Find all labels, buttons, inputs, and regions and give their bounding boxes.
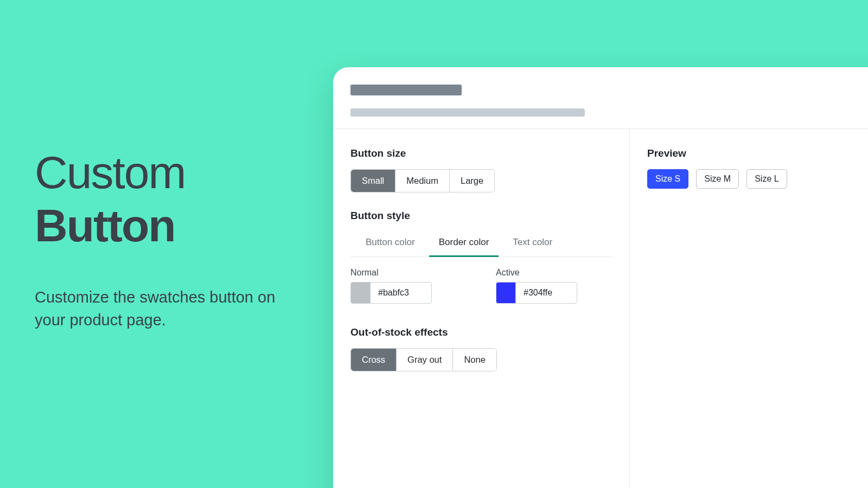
preview-size-l[interactable]: Size L [746,169,787,189]
out-of-stock-group: Cross Gray out None [350,348,497,371]
active-color-swatch [496,282,516,303]
preview-size-s[interactable]: Size S [647,169,688,189]
normal-color-swatch [351,282,371,303]
window-body: Button size Small Medium Large Button st… [333,129,868,488]
normal-color-input[interactable]: #babfc3 [350,282,432,304]
tab-text-color[interactable]: Text color [513,233,552,256]
preview-button-row: Size S Size M Size L [647,169,868,189]
preview-column: Preview Size S Size M Size L [630,129,868,488]
hero-title-line2: Button [35,200,306,252]
style-tabs: Button color Border color Text color [350,233,612,257]
settings-column: Button size Small Medium Large Button st… [333,129,630,488]
oos-cross[interactable]: Cross [351,349,396,371]
out-of-stock-label: Out-of-stock effects [350,326,612,338]
hero-title-line1: Custom [35,150,306,195]
settings-window: Button size Small Medium Large Button st… [333,67,868,488]
oos-gray-out[interactable]: Gray out [396,349,452,371]
hero-subtitle: Customize the swatches button on your pr… [35,286,306,331]
active-color-field: Active #304ffe [496,268,577,304]
button-size-small[interactable]: Small [351,170,395,192]
tab-border-color[interactable]: Border color [439,233,489,256]
preview-label: Preview [647,147,868,159]
header-title-placeholder [350,85,462,95]
header-desc-placeholder [350,108,585,117]
active-color-label: Active [496,268,577,278]
normal-color-label: Normal [350,268,432,278]
hero-copy: Custom Button Customize the swatches but… [35,150,306,331]
active-color-input[interactable]: #304ffe [496,282,577,304]
preview-size-m[interactable]: Size M [696,169,739,189]
button-style-label: Button style [350,210,612,222]
normal-color-value: #babfc3 [371,288,409,298]
active-color-value: #304ffe [516,288,552,298]
window-header [333,67,868,129]
button-size-medium[interactable]: Medium [395,170,449,192]
button-size-group: Small Medium Large [350,169,495,192]
button-size-large[interactable]: Large [449,170,494,192]
button-size-label: Button size [350,147,612,159]
tab-button-color[interactable]: Button color [366,233,415,256]
normal-color-field: Normal #babfc3 [350,268,432,304]
oos-none[interactable]: None [452,349,496,371]
color-fields-row: Normal #babfc3 Active #304ffe [350,268,612,304]
